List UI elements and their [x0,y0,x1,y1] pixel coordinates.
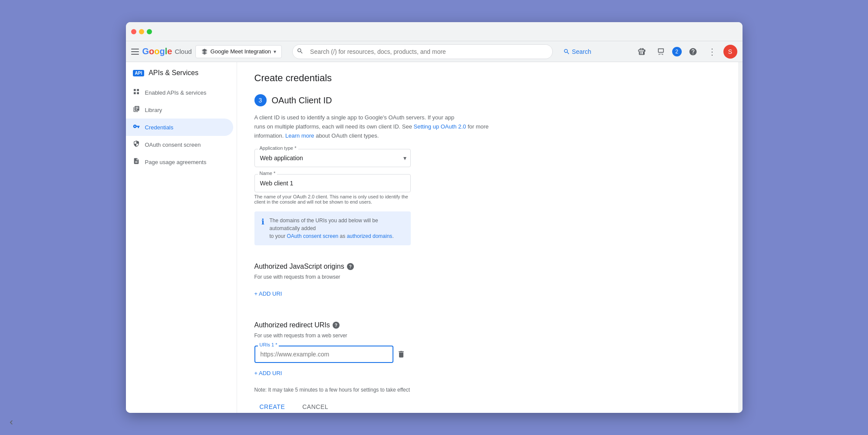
header-icons: 2 ⋮ S [634,44,737,59]
doc-icon [133,158,140,166]
sidebar-item-label: Credentials [145,124,174,131]
console-icon-button[interactable] [653,44,669,59]
cancel-button[interactable]: CANCEL [297,400,333,413]
name-field-wrapper: Name * [254,174,411,192]
uri-field-label: URIs 1 * [258,342,279,347]
sidebar: API APIs & Services Enabled APIs & servi… [126,62,237,413]
step-header: 3 OAuth Client ID [254,94,721,106]
search-icon [297,47,304,56]
search-bar [292,44,553,59]
grid-icon [133,88,140,97]
browser-window: Google Cloud Google Meet Integration ▾ S… [126,22,743,413]
main-content: Create credentials 3 OAuth Client ID A c… [237,62,738,413]
action-buttons: CREATE CANCEL [254,400,721,413]
redirect-uris-title: Authorized redirect URIs ? [254,321,721,329]
info-text: The domains of the URIs you add below wi… [270,217,404,240]
traffic-lights [131,29,152,34]
name-hint: The name of your OAuth 2.0 client. This … [254,194,411,204]
sidebar-item-label: Enabled APIs & services [145,89,207,96]
sidebar-header: API APIs & Services [126,69,237,84]
add-redirect-uri-label: + ADD URI [254,370,282,376]
settings-note: Note: It may take 5 minutes to a few hou… [254,387,721,393]
description-text: A client ID is used to identify a single… [254,113,498,140]
uri-input[interactable] [254,346,393,363]
search-input[interactable] [292,44,553,59]
sidebar-title: APIs & Services [149,69,198,77]
gift-icon-button[interactable] [634,44,650,59]
shield-icon [133,140,140,149]
create-button[interactable]: CREATE [254,400,290,413]
project-icon [201,48,208,55]
redirect-uris-section: Authorized redirect URIs ? For use with … [254,321,721,380]
add-js-origins-uri-label: + ADD URI [254,290,282,297]
search-btn-icon [563,48,570,55]
console-icon [657,47,665,56]
api-badge: API [133,70,145,76]
chevron-down-icon: ▾ [274,49,276,55]
add-redirect-uri-button[interactable]: + ADD URI [254,366,282,380]
help-icon-button[interactable] [685,44,701,59]
setting-up-oauth-link[interactable]: Setting up OAuth 2.0 [414,123,466,130]
sidebar-item-page-usage[interactable]: Page usage agreements [126,153,233,171]
step-title: OAuth Client ID [272,96,332,105]
trash-icon [397,350,406,359]
notification-badge[interactable]: 2 [672,47,682,56]
info-icon: ℹ [261,217,264,240]
add-js-origins-uri-button[interactable]: + ADD URI [254,287,282,300]
help-icon [689,47,697,56]
scrollbar[interactable] [738,62,743,413]
js-origins-section: Authorized JavaScript origins ? For use … [254,263,721,300]
js-origins-help-icon[interactable]: ? [347,263,354,270]
name-input[interactable] [254,174,411,192]
learn-more-link[interactable]: Learn more [285,132,314,139]
key-icon [133,123,140,132]
close-button[interactable] [131,29,136,34]
sidebar-item-oauth-consent[interactable]: OAuth consent screen [126,136,233,153]
application-type-wrapper: Application type * Web application ▾ [254,149,411,167]
js-origins-title: Authorized JavaScript origins ? [254,263,721,270]
library-icon [133,105,140,114]
more-icon: ⋮ [708,46,716,57]
oauth-consent-screen-link[interactable]: OAuth consent screen [287,233,339,239]
maximize-button[interactable] [147,29,152,34]
title-bar [126,22,743,41]
minimize-button[interactable] [139,29,144,34]
sidebar-item-label: OAuth consent screen [145,142,201,148]
application-type-label: Application type * [258,145,298,151]
more-icon-button[interactable]: ⋮ [704,44,720,59]
sidebar-item-credentials[interactable]: Credentials [126,119,233,136]
sidebar-item-label: Library [145,107,162,113]
sidebar-item-library[interactable]: Library [126,101,233,119]
step-number: 3 [254,94,267,106]
menu-icon[interactable] [131,49,139,55]
application-type-select[interactable]: Web application [254,149,411,167]
uri-input-row: URIs 1 * [254,346,721,363]
content-area: API APIs & Services Enabled APIs & servi… [126,62,743,413]
delete-uri-button[interactable] [397,350,406,359]
sidebar-item-label: Page usage agreements [145,159,207,165]
info-banner: ℹ The domains of the URIs you add below … [254,211,411,245]
avatar[interactable]: S [723,45,737,59]
application-type-field: Application type * Web application ▾ [254,149,411,167]
search-button[interactable]: Search [563,48,591,55]
page-title: Create credentials [254,72,721,84]
redirect-uris-desc: For use with requests from a web server [254,333,721,339]
project-selector[interactable]: Google Meet Integration ▾ [195,45,282,58]
sidebar-item-enabled-apis[interactable]: Enabled APIs & services [126,84,233,101]
project-label: Google Meet Integration [211,48,271,55]
authorized-domains-link[interactable]: authorized domains [347,233,393,239]
name-field: Name * The name of your OAuth 2.0 client… [254,174,411,204]
search-button-label: Search [572,48,591,55]
uri-field-container: URIs 1 * [254,346,393,363]
redirect-uris-help-icon[interactable]: ? [333,322,340,329]
js-origins-desc: For use with requests from a browser [254,274,721,280]
name-label: Name * [258,171,277,176]
google-cloud-logo: Google Cloud [142,46,192,56]
gift-icon [637,47,646,56]
chrome-bar: Google Cloud Google Meet Integration ▾ S… [126,41,743,62]
